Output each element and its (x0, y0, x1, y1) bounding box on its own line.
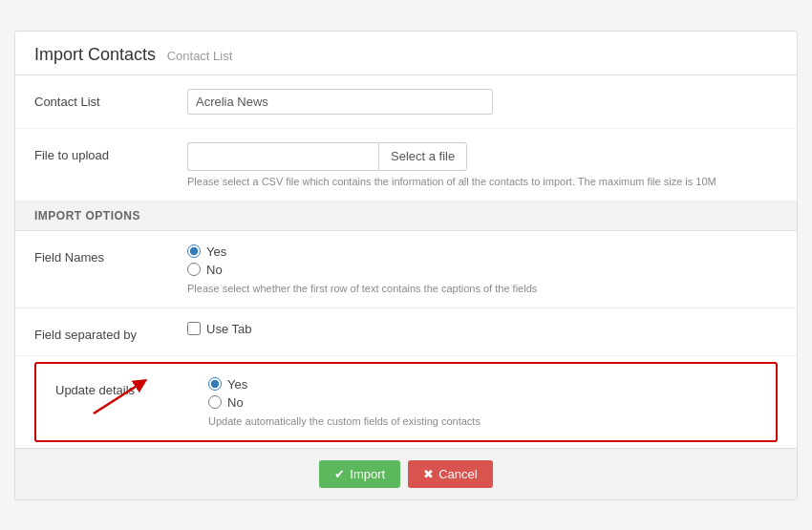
breadcrumb: Contact List (167, 49, 233, 63)
use-tab-option[interactable]: Use Tab (187, 322, 778, 336)
form-section: Contact List File to upload Select a fil… (15, 75, 797, 448)
update-details-label: Update details (55, 377, 208, 397)
cancel-button-label: Cancel (438, 467, 477, 481)
cancel-button[interactable]: ✖ Cancel (408, 460, 492, 488)
field-names-no-radio[interactable] (187, 263, 201, 276)
update-details-yes-radio[interactable] (208, 377, 222, 391)
highlighted-section: Update details Yes No Upd (15, 356, 797, 448)
update-details-row: Update details Yes No Upd (36, 364, 776, 440)
field-sep-row: Field separated by Use Tab (15, 308, 797, 356)
field-names-row: Field Names Yes No Please select whether… (15, 231, 797, 308)
contact-list-control (187, 89, 778, 115)
file-path-input[interactable] (187, 142, 378, 171)
update-details-yes-option[interactable]: Yes (208, 377, 757, 392)
update-details-help: Update automatically the custom fields o… (208, 415, 757, 427)
update-details-radio-group: Yes No (208, 377, 757, 410)
field-names-control: Yes No Please select whether the first r… (187, 244, 778, 294)
update-details-no-label: No (227, 395, 244, 410)
field-sep-control: Use Tab (187, 322, 778, 336)
field-names-label: Field Names (34, 244, 187, 265)
contact-list-input[interactable] (187, 89, 493, 115)
use-tab-checkbox[interactable] (187, 322, 201, 335)
file-upload-control: Select a file Please select a CSV file w… (187, 142, 778, 187)
x-icon: ✖ (423, 467, 434, 481)
import-options-heading: IMPORT OPTIONS (15, 201, 797, 231)
checkmark-icon: ✔ (334, 467, 345, 481)
use-tab-label: Use Tab (206, 322, 251, 336)
field-names-yes-label: Yes (206, 244, 226, 259)
select-file-button[interactable]: Select a file (378, 142, 467, 171)
field-sep-label: Field separated by (34, 322, 187, 342)
field-names-yes-radio[interactable] (187, 244, 201, 258)
import-button-label: Import (350, 467, 385, 481)
page-title: Import Contacts (34, 45, 156, 64)
field-names-help: Please select whether the first row of t… (187, 283, 778, 294)
contact-list-row: Contact List (15, 75, 797, 129)
update-details-no-radio[interactable] (208, 395, 222, 409)
main-container: Import Contacts Contact List Contact Lis… (14, 31, 798, 500)
file-upload-label: File to upload (34, 142, 187, 162)
file-upload-row: File to upload Select a file Please sele… (15, 129, 797, 201)
footer-bar: ✔ Import ✖ Cancel (15, 448, 797, 499)
contact-list-label: Contact List (34, 89, 187, 109)
field-names-no-label: No (206, 263, 223, 277)
page-header: Import Contacts Contact List (15, 32, 797, 75)
field-names-no-option[interactable]: No (187, 263, 778, 277)
field-names-yes-option[interactable]: Yes (187, 244, 778, 259)
update-details-control: Yes No Update automatically the custom f… (208, 377, 757, 427)
file-upload-wrap: Select a file (187, 142, 778, 171)
update-details-highlighted: Update details Yes No Upd (34, 362, 778, 442)
file-help-text: Please select a CSV file which contains … (187, 176, 778, 187)
field-names-radio-group: Yes No (187, 244, 778, 277)
import-button[interactable]: ✔ Import (319, 460, 400, 488)
update-details-no-option[interactable]: No (208, 395, 757, 410)
update-details-yes-label: Yes (227, 377, 247, 392)
